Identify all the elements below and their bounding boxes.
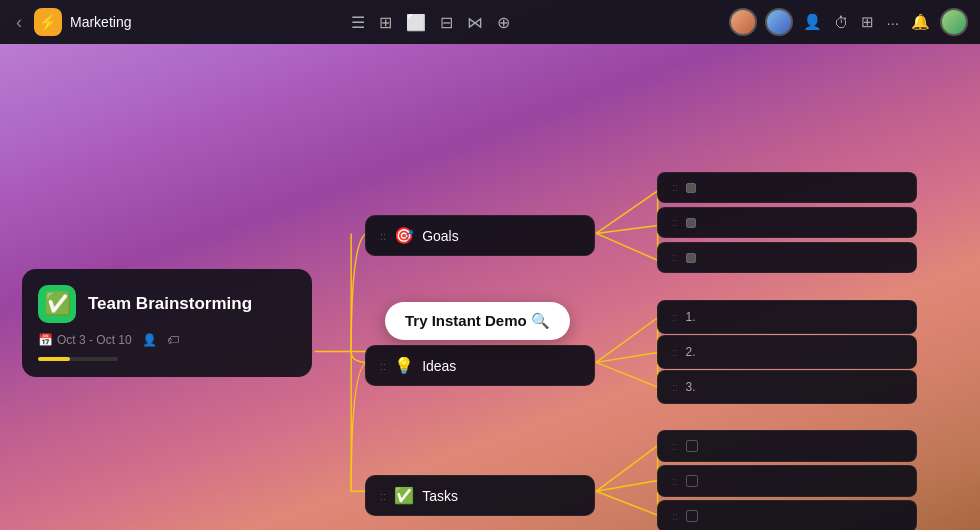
more-view-icon[interactable]: ⊕ — [497, 13, 510, 32]
tasks-sub-2[interactable]: :: — [657, 465, 917, 497]
tasks-node[interactable]: :: ✅ Tasks — [365, 475, 595, 516]
drag-t1: :: — [672, 441, 678, 452]
drag-g3: :: — [672, 252, 678, 263]
date-range-text: Oct 3 - Oct 10 — [57, 333, 132, 347]
svg-line-7 — [596, 362, 657, 387]
goals-label: Goals — [422, 228, 459, 244]
logo-emoji: ⚡ — [38, 13, 58, 32]
svg-line-3 — [596, 233, 657, 260]
avatar-current-user[interactable] — [940, 8, 968, 36]
tag-item: 🏷 — [167, 333, 179, 347]
goals-sub-2[interactable]: :: — [657, 207, 917, 238]
assignee-item: 👤 — [142, 333, 157, 347]
drag-handle-goals: :: — [380, 230, 386, 242]
team-title: Team Brainstorming — [88, 294, 252, 314]
navbar-right: 👤 ⏱ ⊞ ··· 🔔 — [729, 8, 968, 36]
share-view-icon[interactable]: ⋈ — [467, 13, 483, 32]
drag-handle-ideas: :: — [380, 360, 386, 372]
avatar-2[interactable] — [765, 8, 793, 36]
checkbox-t1 — [686, 440, 698, 452]
tasks-sub-1[interactable]: :: — [657, 430, 917, 462]
svg-line-1 — [596, 191, 657, 234]
grid-icon[interactable]: ⊞ — [859, 11, 876, 33]
calendar-view-icon[interactable]: ⬜ — [406, 13, 426, 32]
bell-icon[interactable]: 🔔 — [909, 11, 932, 33]
navbar-center: ☰ ⊞ ⬜ ⊟ ⋈ ⊕ — [351, 13, 510, 32]
drag-i1: :: — [672, 312, 678, 323]
add-user-icon[interactable]: 👤 — [801, 11, 824, 33]
ideas-node[interactable]: :: 💡 Ideas — [365, 345, 595, 386]
demo-bubble[interactable]: Try Instant Demo 🔍 — [385, 302, 570, 340]
team-card[interactable]: ✅ Team Brainstorming 📅 Oct 3 - Oct 10 👤 … — [22, 269, 312, 377]
timer-icon[interactable]: ⏱ — [832, 12, 851, 33]
dot-g3 — [686, 253, 696, 263]
svg-line-5 — [596, 318, 657, 363]
back-button[interactable]: ‹ — [12, 8, 26, 37]
team-meta: 📅 Oct 3 - Oct 10 👤 🏷 — [38, 333, 296, 347]
drag-i2: :: — [672, 347, 678, 358]
ideas-sub-label-2: 2. — [686, 345, 696, 359]
drag-t3: :: — [672, 511, 678, 522]
goals-sub-3[interactable]: :: — [657, 242, 917, 273]
dot-g1 — [686, 183, 696, 193]
table-view-icon[interactable]: ⊟ — [440, 13, 453, 32]
calendar-icon: 📅 — [38, 333, 53, 347]
nav-title: Marketing — [70, 14, 131, 30]
svg-line-6 — [596, 352, 657, 362]
tasks-sub-3[interactable]: :: — [657, 500, 917, 530]
app-logo: ⚡ — [34, 8, 62, 36]
ideas-emoji: 💡 — [394, 356, 414, 375]
team-icon: ✅ — [38, 285, 76, 323]
ideas-label: Ideas — [422, 358, 456, 374]
dot-g2 — [686, 218, 696, 228]
goals-emoji: 🎯 — [394, 226, 414, 245]
drag-t2: :: — [672, 476, 678, 487]
demo-bubble-text: Try Instant Demo 🔍 — [405, 312, 550, 329]
tasks-emoji: ✅ — [394, 486, 414, 505]
tag-icon: 🏷 — [167, 333, 179, 347]
team-icon-emoji: ✅ — [44, 291, 71, 317]
goals-sub-1[interactable]: :: — [657, 172, 917, 203]
svg-line-9 — [596, 446, 657, 492]
user-icon: 👤 — [142, 333, 157, 347]
checkbox-t3 — [686, 510, 698, 522]
mind-map-canvas: ✅ Team Brainstorming 📅 Oct 3 - Oct 10 👤 … — [0, 44, 980, 530]
ideas-sub-2[interactable]: :: 2. — [657, 335, 917, 369]
navbar: ‹ ⚡ Marketing ☰ ⊞ ⬜ ⊟ ⋈ ⊕ 👤 ⏱ ⊞ ··· 🔔 — [0, 0, 980, 44]
svg-line-11 — [596, 491, 657, 515]
ideas-sub-1[interactable]: :: 1. — [657, 300, 917, 334]
drag-handle-tasks: :: — [380, 490, 386, 502]
team-card-header: ✅ Team Brainstorming — [38, 285, 296, 323]
navbar-left: ‹ ⚡ Marketing — [12, 8, 131, 37]
ideas-sub-3[interactable]: :: 3. — [657, 370, 917, 404]
drag-g2: :: — [672, 217, 678, 228]
progress-bar-container — [38, 357, 118, 361]
ideas-sub-label-3: 3. — [686, 380, 696, 394]
drag-i3: :: — [672, 382, 678, 393]
ideas-sub-label-1: 1. — [686, 310, 696, 324]
svg-line-10 — [596, 480, 657, 491]
block-view-icon[interactable]: ⊞ — [379, 13, 392, 32]
drag-g1: :: — [672, 182, 678, 193]
checkbox-t2 — [686, 475, 698, 487]
tasks-label: Tasks — [422, 488, 458, 504]
progress-bar-fill — [38, 357, 70, 361]
goals-node[interactable]: :: 🎯 Goals — [365, 215, 595, 256]
avatar-1[interactable] — [729, 8, 757, 36]
date-range-item: 📅 Oct 3 - Oct 10 — [38, 333, 132, 347]
more-icon[interactable]: ··· — [884, 12, 901, 33]
list-view-icon[interactable]: ☰ — [351, 13, 365, 32]
svg-line-2 — [596, 226, 657, 234]
